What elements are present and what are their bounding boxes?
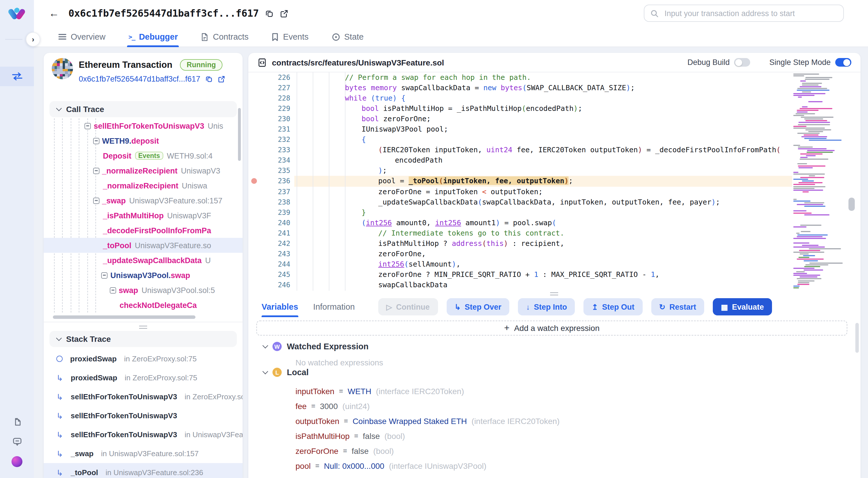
debug-build-toggle[interactable]	[734, 58, 750, 67]
line-number[interactable]: 235	[261, 166, 290, 176]
stack-frame-row[interactable]: ↳_swapin UniswapV3Feature.sol:157	[44, 444, 243, 463]
rail-item-feedback[interactable]	[0, 437, 34, 447]
variable-row[interactable]: inputToken=WETH(interface IERC20Token)	[296, 384, 849, 399]
line-number[interactable]: 239	[261, 207, 290, 218]
tab-events[interactable]: Events	[271, 26, 310, 47]
expand-toggle-icon[interactable]	[110, 287, 116, 293]
call-trace-row[interactable]: _updateSwapCallbackDataU	[44, 253, 243, 268]
call-trace-row[interactable]: _normalizeRecipientUniswa	[44, 178, 243, 193]
variable-row[interactable]: outputToken=Coinbase Wrapped Staked ETH(…	[296, 414, 849, 428]
variable-row[interactable]: isPathMultiHop=false(bool)	[296, 428, 849, 444]
line-number[interactable]: 241	[261, 228, 290, 238]
rail-item-docs[interactable]	[0, 417, 34, 427]
rail-item-transactions[interactable]	[0, 67, 34, 86]
call-trace-row[interactable]: _swapUniswapV3Feature.sol:157	[44, 193, 243, 208]
tab-debugger[interactable]: >_Debugger	[127, 26, 179, 47]
expand-toggle-icon[interactable]	[93, 197, 99, 204]
sidebar-expand-button[interactable]: ›	[26, 32, 40, 46]
line-number[interactable]: 244	[261, 259, 290, 269]
search-input[interactable]	[663, 8, 838, 18]
line-number[interactable]: 228	[261, 93, 290, 103]
line-number[interactable]: 231	[261, 124, 290, 134]
stack-frame-row[interactable]: ↳sellEthForTokenToUniswapV3in UniswapV3F…	[44, 425, 243, 444]
expand-toggle-icon[interactable]	[101, 272, 107, 278]
stack-frame-row[interactable]: ↳sellEthForTokenToUniswapV3	[44, 406, 243, 425]
evaluate-button[interactable]: ▦Evaluate	[713, 298, 772, 315]
single-step-toggle[interactable]	[835, 58, 851, 67]
variable-row[interactable]: fee=3000(uint24)	[296, 399, 849, 414]
line-number[interactable]: 240	[261, 218, 290, 228]
line-number[interactable]: 227	[261, 83, 290, 93]
tab-overview[interactable]: Overview	[57, 26, 106, 47]
line-number[interactable]: 242	[261, 238, 290, 249]
resize-handle[interactable]	[139, 324, 147, 330]
line-number[interactable]: 245	[261, 269, 290, 280]
call-trace-row[interactable]: _isPathMultiHopUniswapV3F	[44, 208, 243, 223]
panel-tab-variables[interactable]: Variables	[261, 296, 298, 317]
resize-handle[interactable]	[550, 291, 558, 297]
variable-row[interactable]: zeroForOne=false(bool)	[296, 444, 849, 458]
call-trace-row[interactable]: DepositEventsWETH9.sol:4	[44, 148, 243, 163]
tab-contracts[interactable]: Contracts	[200, 26, 250, 47]
line-number[interactable]: 232	[261, 135, 290, 145]
variables-scrollbar-thumb[interactable]	[855, 323, 859, 353]
local-section[interactable]: L Local	[263, 368, 309, 377]
line-number[interactable]: 234	[261, 155, 290, 166]
restart-button[interactable]: ↻Restart	[651, 298, 704, 315]
call-trace-row[interactable]: _normalizeRecipientUniswapV3	[44, 163, 243, 178]
transaction-search[interactable]	[644, 5, 844, 22]
call-trace-horizontal-scrollbar[interactable]	[53, 315, 195, 319]
line-number[interactable]: 243	[261, 249, 290, 259]
stack-frame-row[interactable]: ↳proxiedSwapin ZeroExProxy.sol:75	[44, 368, 243, 387]
line-number[interactable]: 246	[261, 280, 290, 290]
variable-value[interactable]: Null: 0x000...000	[324, 461, 384, 471]
call-trace-row[interactable]: sellEthForTokenToUniswapV3Unis	[44, 118, 243, 133]
stack-frame-row[interactable]: ↳sellEthForTokenToUniswapV3in ZeroExProx…	[44, 387, 243, 406]
call-trace-row[interactable]: checkNotDelegateCa	[44, 297, 243, 313]
variable-row[interactable]: swapCallbackData=0x...(bytes memory)	[296, 473, 849, 478]
copy-address-icon[interactable]	[206, 75, 213, 83]
copy-address-button[interactable]	[265, 9, 274, 18]
stack-frame-row[interactable]: ↳_toPoolin UniswapV3Feature.sol:236	[44, 463, 243, 478]
stack-trace-header[interactable]: Stack Trace	[50, 331, 237, 347]
call-trace-row[interactable]: UniswapV3Pool.swap	[44, 268, 243, 283]
variable-value[interactable]: WETH	[347, 387, 371, 396]
call-trace-row[interactable]: swapUniswapV3Pool.sol:5	[44, 283, 243, 297]
expand-toggle-icon[interactable]	[93, 167, 99, 174]
line-number[interactable]: 229	[261, 103, 290, 114]
add-watch-expression-button[interactable]: + Add a watch expression	[256, 321, 847, 336]
call-trace-row[interactable]: _decodeFirstPoolInfoFromPa	[44, 223, 243, 238]
stack-frame-row[interactable]: proxiedSwapin ZeroExProxy.sol:75	[44, 349, 243, 368]
tab-state[interactable]: State	[331, 26, 365, 47]
call-trace-row[interactable]: _toPoolUniswapV3Feature.so	[44, 238, 243, 253]
line-number[interactable]: 238	[261, 197, 290, 207]
step-into-button[interactable]: ↓Step Into	[518, 298, 575, 315]
transaction-address-link[interactable]: 0x6c1fb7ef5265447d1baff3cf...f617	[79, 75, 200, 83]
code-minimap[interactable]	[792, 72, 834, 291]
back-button[interactable]: ←	[49, 7, 59, 19]
open-external-button[interactable]	[280, 9, 288, 18]
watched-expression-section[interactable]: W Watched Expression	[263, 342, 369, 351]
expand-toggle-icon[interactable]	[93, 137, 99, 144]
line-number[interactable]: 226	[261, 72, 290, 83]
step-over-button[interactable]: ↳Step Over	[446, 298, 509, 315]
rail-item-account[interactable]	[0, 456, 34, 467]
line-number[interactable]: 233	[261, 145, 290, 155]
call-trace-row[interactable]: WETH9.deposit	[44, 133, 243, 148]
step-out-button[interactable]: ↥Step Out	[584, 298, 642, 315]
app-logo-icon[interactable]	[8, 6, 25, 23]
document-icon	[201, 32, 209, 41]
call-trace-header[interactable]: Call Trace	[50, 101, 237, 117]
line-number[interactable]: 236	[261, 176, 290, 186]
variable-row[interactable]: pool=Null: 0x000...000(interface IUniswa…	[296, 458, 849, 473]
line-number[interactable]: 230	[261, 114, 290, 124]
expand-toggle-icon[interactable]	[85, 123, 91, 129]
open-transaction-icon[interactable]	[218, 75, 226, 83]
panel-tab-information[interactable]: Information	[313, 296, 355, 317]
code-scrollbar-thumb[interactable]	[848, 198, 855, 211]
code-viewer[interactable]: 226// Perform a swap for each hop in the…	[248, 72, 861, 291]
call-trace-vertical-scrollbar[interactable]	[238, 108, 241, 161]
breakpoint-dot[interactable]	[251, 179, 257, 184]
line-number[interactable]: 237	[261, 186, 290, 197]
variable-value[interactable]: Coinbase Wrapped Staked ETH	[353, 417, 467, 426]
